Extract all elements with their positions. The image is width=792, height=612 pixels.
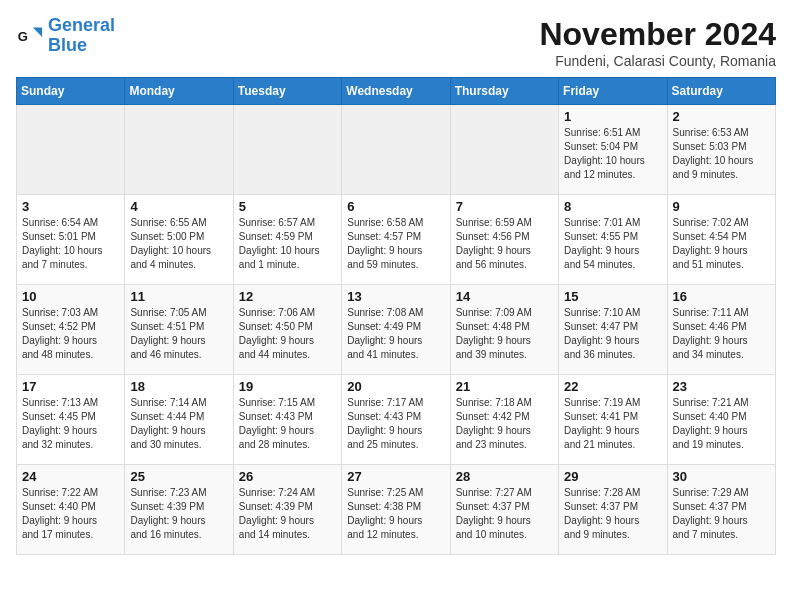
day-info: Sunrise: 7:24 AM Sunset: 4:39 PM Dayligh… [239,486,336,542]
day-number: 5 [239,199,336,214]
weekday-header-thursday: Thursday [450,78,558,105]
calendar-cell: 26Sunrise: 7:24 AM Sunset: 4:39 PM Dayli… [233,465,341,555]
weekday-header-friday: Friday [559,78,667,105]
calendar-cell: 9Sunrise: 7:02 AM Sunset: 4:54 PM Daylig… [667,195,775,285]
day-info: Sunrise: 7:06 AM Sunset: 4:50 PM Dayligh… [239,306,336,362]
day-number: 8 [564,199,661,214]
day-number: 30 [673,469,770,484]
day-number: 2 [673,109,770,124]
day-info: Sunrise: 7:01 AM Sunset: 4:55 PM Dayligh… [564,216,661,272]
day-number: 15 [564,289,661,304]
day-number: 6 [347,199,444,214]
calendar-cell: 23Sunrise: 7:21 AM Sunset: 4:40 PM Dayli… [667,375,775,465]
day-info: Sunrise: 7:27 AM Sunset: 4:37 PM Dayligh… [456,486,553,542]
calendar-cell: 2Sunrise: 6:53 AM Sunset: 5:03 PM Daylig… [667,105,775,195]
day-info: Sunrise: 6:53 AM Sunset: 5:03 PM Dayligh… [673,126,770,182]
calendar-cell: 15Sunrise: 7:10 AM Sunset: 4:47 PM Dayli… [559,285,667,375]
calendar-cell: 5Sunrise: 6:57 AM Sunset: 4:59 PM Daylig… [233,195,341,285]
day-number: 28 [456,469,553,484]
calendar-cell [17,105,125,195]
day-info: Sunrise: 7:25 AM Sunset: 4:38 PM Dayligh… [347,486,444,542]
day-info: Sunrise: 6:51 AM Sunset: 5:04 PM Dayligh… [564,126,661,182]
calendar-week-4: 17Sunrise: 7:13 AM Sunset: 4:45 PM Dayli… [17,375,776,465]
calendar-cell: 12Sunrise: 7:06 AM Sunset: 4:50 PM Dayli… [233,285,341,375]
calendar-cell: 13Sunrise: 7:08 AM Sunset: 4:49 PM Dayli… [342,285,450,375]
day-info: Sunrise: 7:08 AM Sunset: 4:49 PM Dayligh… [347,306,444,362]
weekday-header-row: SundayMondayTuesdayWednesdayThursdayFrid… [17,78,776,105]
weekday-header-tuesday: Tuesday [233,78,341,105]
weekday-header-monday: Monday [125,78,233,105]
day-number: 16 [673,289,770,304]
day-number: 4 [130,199,227,214]
calendar-cell [342,105,450,195]
day-info: Sunrise: 7:14 AM Sunset: 4:44 PM Dayligh… [130,396,227,452]
day-info: Sunrise: 7:11 AM Sunset: 4:46 PM Dayligh… [673,306,770,362]
day-number: 14 [456,289,553,304]
day-info: Sunrise: 7:21 AM Sunset: 4:40 PM Dayligh… [673,396,770,452]
day-number: 19 [239,379,336,394]
calendar-cell: 24Sunrise: 7:22 AM Sunset: 4:40 PM Dayli… [17,465,125,555]
day-info: Sunrise: 7:23 AM Sunset: 4:39 PM Dayligh… [130,486,227,542]
calendar-cell: 27Sunrise: 7:25 AM Sunset: 4:38 PM Dayli… [342,465,450,555]
day-info: Sunrise: 7:09 AM Sunset: 4:48 PM Dayligh… [456,306,553,362]
calendar-cell: 22Sunrise: 7:19 AM Sunset: 4:41 PM Dayli… [559,375,667,465]
subtitle: Fundeni, Calarasi County, Romania [539,53,776,69]
day-info: Sunrise: 7:03 AM Sunset: 4:52 PM Dayligh… [22,306,119,362]
calendar-cell: 14Sunrise: 7:09 AM Sunset: 4:48 PM Dayli… [450,285,558,375]
calendar-cell: 16Sunrise: 7:11 AM Sunset: 4:46 PM Dayli… [667,285,775,375]
day-number: 1 [564,109,661,124]
day-number: 9 [673,199,770,214]
day-number: 24 [22,469,119,484]
calendar-cell: 3Sunrise: 6:54 AM Sunset: 5:01 PM Daylig… [17,195,125,285]
day-info: Sunrise: 7:22 AM Sunset: 4:40 PM Dayligh… [22,486,119,542]
day-number: 3 [22,199,119,214]
day-number: 22 [564,379,661,394]
calendar-cell [450,105,558,195]
day-number: 27 [347,469,444,484]
weekday-header-sunday: Sunday [17,78,125,105]
calendar-cell: 11Sunrise: 7:05 AM Sunset: 4:51 PM Dayli… [125,285,233,375]
day-number: 18 [130,379,227,394]
calendar-cell: 20Sunrise: 7:17 AM Sunset: 4:43 PM Dayli… [342,375,450,465]
calendar-week-3: 10Sunrise: 7:03 AM Sunset: 4:52 PM Dayli… [17,285,776,375]
day-info: Sunrise: 7:10 AM Sunset: 4:47 PM Dayligh… [564,306,661,362]
month-title: November 2024 [539,16,776,53]
day-info: Sunrise: 7:02 AM Sunset: 4:54 PM Dayligh… [673,216,770,272]
day-info: Sunrise: 6:59 AM Sunset: 4:56 PM Dayligh… [456,216,553,272]
calendar-cell: 10Sunrise: 7:03 AM Sunset: 4:52 PM Dayli… [17,285,125,375]
calendar-week-2: 3Sunrise: 6:54 AM Sunset: 5:01 PM Daylig… [17,195,776,285]
day-number: 29 [564,469,661,484]
day-number: 10 [22,289,119,304]
svg-marker-1 [33,27,42,36]
day-info: Sunrise: 6:55 AM Sunset: 5:00 PM Dayligh… [130,216,227,272]
svg-text:G: G [18,28,28,43]
logo-text: General Blue [48,16,115,56]
calendar-cell: 17Sunrise: 7:13 AM Sunset: 4:45 PM Dayli… [17,375,125,465]
calendar-cell: 8Sunrise: 7:01 AM Sunset: 4:55 PM Daylig… [559,195,667,285]
calendar-cell: 21Sunrise: 7:18 AM Sunset: 4:42 PM Dayli… [450,375,558,465]
day-number: 12 [239,289,336,304]
calendar-cell: 28Sunrise: 7:27 AM Sunset: 4:37 PM Dayli… [450,465,558,555]
weekday-header-saturday: Saturday [667,78,775,105]
weekday-header-wednesday: Wednesday [342,78,450,105]
day-number: 7 [456,199,553,214]
calendar-cell: 7Sunrise: 6:59 AM Sunset: 4:56 PM Daylig… [450,195,558,285]
calendar-cell: 30Sunrise: 7:29 AM Sunset: 4:37 PM Dayli… [667,465,775,555]
day-info: Sunrise: 6:57 AM Sunset: 4:59 PM Dayligh… [239,216,336,272]
day-number: 23 [673,379,770,394]
calendar-cell: 18Sunrise: 7:14 AM Sunset: 4:44 PM Dayli… [125,375,233,465]
day-info: Sunrise: 7:29 AM Sunset: 4:37 PM Dayligh… [673,486,770,542]
calendar-cell: 6Sunrise: 6:58 AM Sunset: 4:57 PM Daylig… [342,195,450,285]
day-info: Sunrise: 7:17 AM Sunset: 4:43 PM Dayligh… [347,396,444,452]
day-info: Sunrise: 7:18 AM Sunset: 4:42 PM Dayligh… [456,396,553,452]
calendar-cell: 29Sunrise: 7:28 AM Sunset: 4:37 PM Dayli… [559,465,667,555]
calendar-cell [233,105,341,195]
calendar-body: 1Sunrise: 6:51 AM Sunset: 5:04 PM Daylig… [17,105,776,555]
day-info: Sunrise: 6:54 AM Sunset: 5:01 PM Dayligh… [22,216,119,272]
day-info: Sunrise: 7:28 AM Sunset: 4:37 PM Dayligh… [564,486,661,542]
day-number: 13 [347,289,444,304]
logo: G General Blue [16,16,115,56]
calendar-cell: 4Sunrise: 6:55 AM Sunset: 5:00 PM Daylig… [125,195,233,285]
calendar-cell: 1Sunrise: 6:51 AM Sunset: 5:04 PM Daylig… [559,105,667,195]
day-info: Sunrise: 6:58 AM Sunset: 4:57 PM Dayligh… [347,216,444,272]
